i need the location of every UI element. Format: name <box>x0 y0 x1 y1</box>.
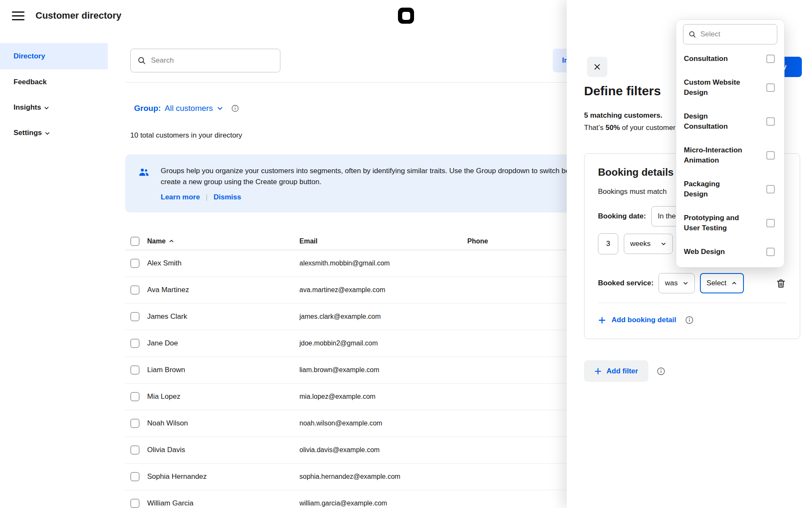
matching-count-text: 5 matching customers. <box>584 111 662 119</box>
chevron-up-icon <box>731 280 737 286</box>
learn-more-link[interactable]: Learn more <box>161 193 200 202</box>
add-booking-detail-label: Add booking detail <box>612 316 676 324</box>
row-checkbox[interactable] <box>130 285 140 295</box>
service-option-label: Web Design <box>684 247 725 257</box>
service-option-checkbox[interactable] <box>766 219 775 227</box>
row-checkbox[interactable] <box>130 312 140 321</box>
row-checkbox[interactable] <box>130 392 140 401</box>
booking-detail-info-icon[interactable] <box>685 316 694 324</box>
customer-name: William Garcia <box>147 499 299 508</box>
sidebar: Directory Feedback Insights Settings <box>0 31 108 508</box>
service-option[interactable]: Packaging Design <box>683 172 777 206</box>
row-checkbox[interactable] <box>130 419 140 428</box>
service-option[interactable]: Micro-Interaction Animation <box>683 138 777 172</box>
service-option[interactable]: Design Consultation <box>683 105 777 138</box>
service-search-input[interactable] <box>700 30 772 39</box>
service-option[interactable]: Web Design <box>683 240 777 264</box>
square-logo <box>398 8 414 24</box>
service-option-checkbox[interactable] <box>766 248 775 256</box>
customer-email: ava.martinez@example.com <box>299 286 467 294</box>
select-all-checkbox[interactable] <box>130 237 140 246</box>
add-filter-info-icon[interactable] <box>657 367 665 375</box>
sidebar-item-insights[interactable]: Insights <box>0 95 108 120</box>
sidebar-item-directory[interactable]: Directory <box>0 43 108 69</box>
matching-percent-prefix: That’s <box>584 124 606 132</box>
link-divider: | <box>206 193 208 202</box>
close-panel-button[interactable] <box>587 57 607 77</box>
delete-filter-button[interactable] <box>776 278 786 289</box>
service-option-checkbox[interactable] <box>766 117 775 126</box>
sidebar-item-label: Settings <box>14 129 42 137</box>
customer-name: Ava Martinez <box>147 286 299 294</box>
card-divider <box>598 303 786 303</box>
service-option-checkbox[interactable] <box>766 185 775 193</box>
row-checkbox[interactable] <box>130 365 140 375</box>
service-option-label: Custom Website Design <box>684 77 743 98</box>
close-icon <box>593 63 601 71</box>
service-option[interactable]: Prototyping and User Testing <box>683 206 777 240</box>
add-filter-label: Add filter <box>606 367 638 375</box>
service-option[interactable]: Consultation <box>683 47 777 71</box>
customer-email: jdoe.mobbin2@gmail.com <box>299 340 467 347</box>
group-selector[interactable]: Group: All customers <box>134 104 239 113</box>
customer-name: Noah Wilson <box>147 419 299 428</box>
sidebar-item-label: Feedback <box>14 78 47 86</box>
customer-email: liam.brown@example.com <box>299 366 467 374</box>
plus-icon <box>594 367 602 375</box>
search-icon <box>137 56 146 65</box>
chevron-down-icon <box>217 105 223 112</box>
customer-email: james.clark@example.com <box>299 313 467 320</box>
row-checkbox[interactable] <box>130 339 140 348</box>
sidebar-item-settings[interactable]: Settings <box>0 120 108 146</box>
matching-percent: 50% <box>606 124 620 132</box>
search-icon <box>689 30 696 38</box>
hamburger-menu-icon[interactable] <box>12 11 25 20</box>
dismiss-link[interactable]: Dismiss <box>214 193 241 202</box>
customer-name: James Clark <box>147 312 299 321</box>
row-checkbox[interactable] <box>130 259 140 268</box>
chevron-down-icon <box>44 105 49 111</box>
customer-search-input[interactable] <box>130 49 280 72</box>
customer-email: sophia.hernandez@example.com <box>299 473 467 480</box>
row-checkbox[interactable] <box>130 499 140 508</box>
row-checkbox[interactable] <box>130 445 140 455</box>
sidebar-item-label: Insights <box>14 103 41 112</box>
row-checkbox[interactable] <box>130 472 140 481</box>
service-search-box[interactable] <box>683 24 777 44</box>
customer-name: Sophia Hernandez <box>147 472 299 481</box>
banner-text-line2: create a new group using the Create grou… <box>161 177 623 188</box>
customer-email: alexsmith.mobbin@gmail.com <box>299 260 467 267</box>
group-label: Group: <box>134 104 161 113</box>
service-option-checkbox[interactable] <box>766 55 775 63</box>
customer-email: olivia.davis@example.com <box>299 446 467 454</box>
plus-icon <box>598 316 606 324</box>
add-booking-detail[interactable]: Add booking detail <box>598 316 786 324</box>
add-filter-button[interactable]: Add filter <box>584 360 648 382</box>
service-value-select[interactable]: Select <box>700 273 744 293</box>
panel-title: Define filters <box>584 84 661 98</box>
duration-unit-value: weeks <box>630 240 650 248</box>
group-people-icon <box>138 166 150 202</box>
banner-text-line1: Groups help you organize your customers … <box>161 166 623 177</box>
search-input-field[interactable] <box>151 56 273 65</box>
service-option-label: Packaging Design <box>684 179 743 199</box>
add-filter-row: Add filter <box>584 360 665 382</box>
sidebar-item-feedback[interactable]: Feedback <box>0 69 108 95</box>
service-option[interactable]: Custom Website Design <box>683 71 777 105</box>
booked-service-row: Booked service: was Select <box>598 273 786 293</box>
group-selected-value: All customers <box>165 104 213 113</box>
duration-unit-select[interactable]: weeks <box>624 234 673 254</box>
customer-name: Mia Lopez <box>147 392 299 401</box>
customer-name: Alex Smith <box>147 259 299 268</box>
service-operator-select[interactable]: was <box>658 273 694 293</box>
booking-date-label: Booking date: <box>598 212 646 221</box>
customer-name: Liam Brown <box>147 366 299 374</box>
banner-body: Groups help you organize your customers … <box>161 166 623 202</box>
column-header-name[interactable]: Name <box>147 237 299 245</box>
service-option-checkbox[interactable] <box>766 151 775 160</box>
service-option-checkbox[interactable] <box>766 83 775 92</box>
column-header-label: Name <box>147 237 166 245</box>
customer-count-text: 10 total customers in your directory <box>130 131 242 140</box>
duration-count-input[interactable] <box>598 233 618 254</box>
group-info-icon[interactable] <box>231 105 239 112</box>
